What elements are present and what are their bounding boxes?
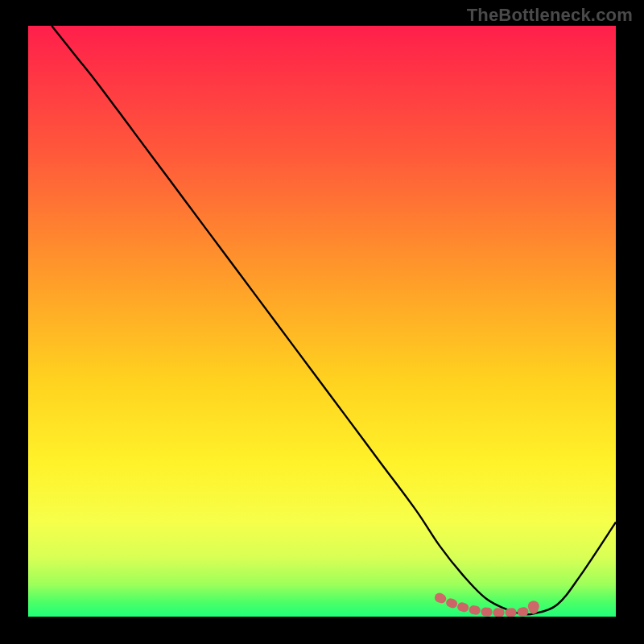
gradient-plot-area	[28, 26, 616, 617]
highlight-start-dot	[435, 593, 444, 603]
watermark-text: TheBottleneck.com	[467, 5, 633, 26]
chart-svg	[0, 0, 644, 644]
highlight-end-dot	[528, 601, 539, 612]
chart-stage: TheBottleneck.com	[0, 0, 644, 644]
